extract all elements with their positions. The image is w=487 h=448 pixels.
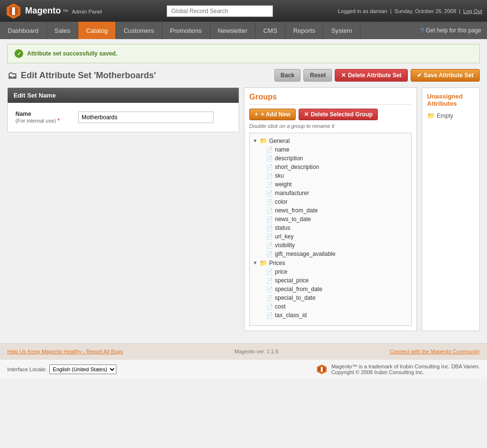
tree-item-special-price[interactable]: 📄 special_price [253, 276, 408, 285]
logout-link[interactable]: Log Out [463, 8, 482, 14]
tree-item-tax-class[interactable]: 📄 tax_class_id [253, 311, 408, 320]
tree-group-general[interactable]: ▼ 📁 General [253, 136, 408, 145]
unassigned-empty-item: 📁 Empty [427, 112, 474, 119]
footer-bottom-bar: Interface Locale: English (United States… [0, 359, 487, 379]
groups-tree[interactable]: ▼ 📁 General 📄 name 📄 description 📄 [249, 133, 412, 326]
file-icon-price: 📄 [266, 269, 273, 275]
nav-item-catalog[interactable]: Catalog [78, 22, 116, 39]
file-icon-description: 📄 [266, 155, 273, 162]
tree-item-weight[interactable]: 📄 weight [253, 180, 408, 189]
delete-group-icon: ✕ [304, 111, 309, 118]
delete-attribute-set-button[interactable]: ✕ Delete Attribute Set [335, 69, 408, 82]
edit-set-name-box: Edit Set Name Name (For internal use) * [7, 87, 239, 132]
unassigned-panel: Unassigned Attributes 📁 Empty [422, 87, 480, 331]
tree-item-news-to-date[interactable]: 📄 news_to_date [253, 215, 408, 224]
success-message: Attribute set successfully saved. [27, 50, 117, 57]
file-icon-news-from-date: 📄 [266, 208, 273, 214]
date-text: Sunday, October 26, 2008 [394, 8, 456, 14]
footer-magento-logo [316, 364, 328, 375]
nav-item-reports[interactable]: Reports [286, 22, 324, 39]
global-search-input[interactable] [167, 5, 273, 17]
version-text: Magento ver. 1.1.6 [234, 349, 278, 354]
file-icon-weight: 📄 [266, 182, 273, 188]
tree-item-visibility[interactable]: 📄 visibility [253, 241, 408, 250]
nav-help[interactable]: ? Get help for this page [414, 22, 487, 39]
file-icon-cost: 📄 [266, 304, 273, 310]
tree-item-short-description[interactable]: 📄 short_description [253, 163, 408, 171]
name-field-row: Name (For internal use) * [15, 111, 231, 124]
tree-item-special-from-date[interactable]: 📄 special_from_date [253, 285, 408, 294]
name-label: Name (For internal use) * [15, 111, 73, 124]
edit-set-name-body: Name (For internal use) * [8, 103, 239, 132]
tree-item-price[interactable]: 📄 price [253, 267, 408, 276]
file-icon-name: 📄 [266, 147, 273, 153]
tree-item-manufacturer[interactable]: 📄 manufacturer [253, 189, 408, 197]
folder-prices-icon: 📁 [259, 259, 267, 266]
header-search-area [107, 5, 333, 17]
tree-item-gift-message[interactable]: 📄 gift_message_available [253, 250, 408, 258]
reset-button[interactable]: Reset [303, 69, 332, 82]
footer-links-bar: Help Us Keep Magento Healthy - Report Al… [0, 343, 487, 359]
file-icon-url-key: 📄 [266, 234, 273, 240]
header-info: Logged in as damian | Sunday, October 26… [338, 8, 482, 14]
file-icon-special-to-date: 📄 [266, 295, 273, 301]
folder-general-icon: 📁 [259, 137, 267, 144]
file-icon-manufacturer: 📄 [266, 190, 273, 196]
community-link[interactable]: Connect with the Magento Community [390, 349, 480, 354]
tree-item-name[interactable]: 📄 name [253, 145, 408, 154]
back-button[interactable]: Back [274, 69, 301, 82]
delete-selected-group-button[interactable]: ✕ Delete Selected Group [299, 109, 378, 120]
success-icon: ✓ [14, 49, 23, 58]
nav-item-customers[interactable]: Customers [116, 22, 162, 39]
success-banner: ✓ Attribute set successfully saved. [7, 44, 480, 63]
trademark-text: Magento™ is a trademark of Irubin Consul… [331, 364, 480, 369]
bug-report-link[interactable]: Help Us Keep Magento Healthy - Report Al… [7, 349, 123, 354]
nav-item-system[interactable]: System [323, 22, 360, 39]
svg-rect-5 [321, 367, 323, 372]
file-icon-color: 📄 [266, 199, 273, 205]
file-icon-short-description: 📄 [266, 164, 273, 170]
nav-item-dashboard[interactable]: Dashboard [0, 22, 47, 39]
logo-text: Magento [25, 6, 61, 15]
tree-group-prices[interactable]: ▼ 📁 Prices [253, 258, 408, 267]
nav-item-promotions[interactable]: Promotions [162, 22, 210, 39]
locale-area: Interface Locale: English (United States… [7, 364, 116, 374]
plus-icon: + [255, 111, 258, 118]
tree-item-url-key[interactable]: 📄 url_key [253, 232, 408, 241]
title-buttons: Back Reset ✕ Delete Attribute Set ✔ Save… [274, 69, 480, 82]
attribute-set-name-input[interactable] [78, 112, 214, 123]
add-new-group-button[interactable]: + + Add New [249, 109, 296, 120]
expand-general-icon[interactable]: ▼ [253, 138, 258, 143]
groups-hint: Double click on a group to rename it [249, 123, 412, 129]
tree-item-sku[interactable]: 📄 sku [253, 171, 408, 180]
tree-item-color[interactable]: 📄 color [253, 197, 408, 206]
file-icon-status: 📄 [266, 225, 273, 231]
nav-item-sales[interactable]: Sales [47, 22, 79, 39]
folder-empty-icon: 📁 [427, 112, 435, 119]
save-attribute-set-button[interactable]: ✔ Save Attribute Set [411, 69, 480, 82]
nav-item-cms[interactable]: CMS [256, 22, 286, 39]
tree-item-news-from-date[interactable]: 📄 news_from_date [253, 206, 408, 215]
group-prices-label[interactable]: Prices [269, 260, 285, 266]
tree-item-description[interactable]: 📄 description [253, 154, 408, 163]
logged-in-text: Logged in as damian [338, 8, 387, 14]
header: Magento ™ Admin Panel Logged in as damia… [0, 0, 487, 22]
file-icon-news-to-date: 📄 [266, 216, 273, 223]
page-title-area: 🗂 Edit Attribute Set 'Motherboards' Back… [7, 69, 480, 82]
nav-item-newsletter[interactable]: Newsletter [210, 22, 256, 39]
edit-set-icon: 🗂 [7, 70, 17, 81]
main-content: ✓ Attribute set successfully saved. 🗂 Ed… [0, 39, 487, 336]
prices-items: 📄 price 📄 special_price 📄 special_from_d… [253, 267, 408, 320]
tree-item-special-to-date[interactable]: 📄 special_to_date [253, 294, 408, 302]
required-indicator: * [57, 117, 60, 124]
save-icon: ✔ [417, 72, 422, 79]
groups-title: Groups [249, 93, 412, 105]
locale-select[interactable]: English (United States) [49, 364, 116, 374]
tree-item-cost[interactable]: 📄 cost [253, 302, 408, 311]
expand-prices-icon[interactable]: ▼ [253, 260, 258, 266]
tree-item-status[interactable]: 📄 status [253, 224, 408, 232]
help-text: Get help for this page [426, 27, 481, 34]
group-general-label[interactable]: General [269, 138, 290, 144]
locale-label: Interface Locale: [7, 366, 46, 372]
copyright-text: Copyright © 2008 Irubin Consulting Inc. [331, 369, 480, 375]
